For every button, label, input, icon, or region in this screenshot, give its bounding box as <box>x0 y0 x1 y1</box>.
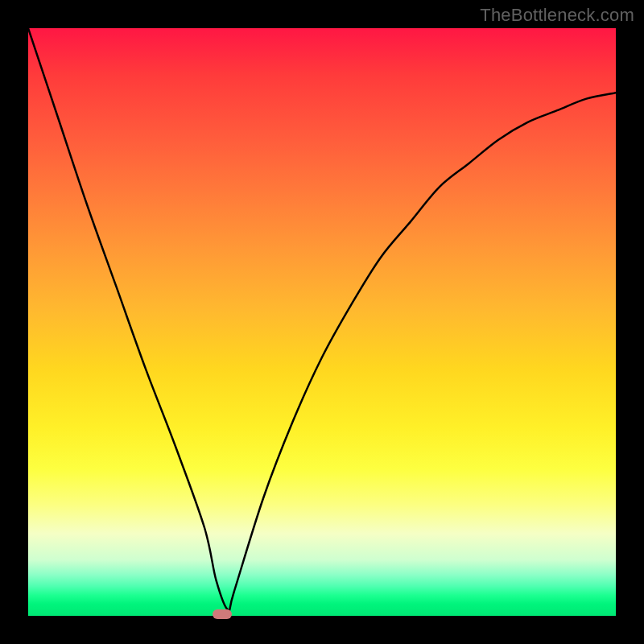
plot-area <box>28 28 616 616</box>
curve-svg <box>28 28 616 616</box>
chart-frame: TheBottleneck.com <box>0 0 644 644</box>
optimum-marker <box>213 609 232 619</box>
bottleneck-curve <box>28 28 616 611</box>
watermark-text: TheBottleneck.com <box>480 5 634 26</box>
